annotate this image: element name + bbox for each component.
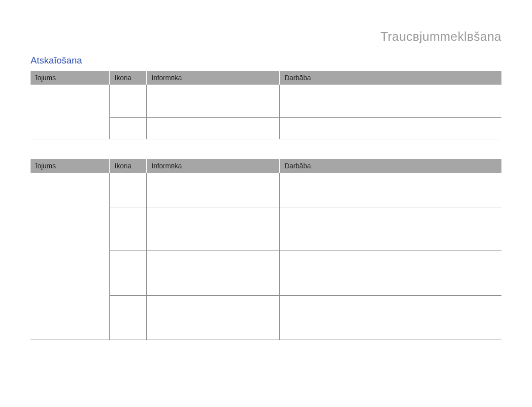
- table-cell: [146, 117, 279, 139]
- table-2-row: [31, 173, 501, 208]
- table-1-header-c1: īojums: [31, 71, 109, 85]
- table-cell: [109, 296, 146, 340]
- table-1-header-c4: Darbāba: [279, 71, 501, 85]
- table-cell: [279, 250, 501, 296]
- table-cell: [146, 208, 279, 250]
- table-2: īojums Ikona Informвka Darbāba: [31, 159, 501, 341]
- table-cell: [279, 296, 501, 340]
- table-cell: [109, 85, 146, 117]
- table-cell: [279, 173, 501, 208]
- table-gap: [31, 139, 501, 159]
- table-1-header-c3: Informвka: [146, 71, 279, 85]
- table-cell: [109, 117, 146, 139]
- table-1-row: [31, 85, 501, 117]
- table-cell: [31, 173, 109, 340]
- table-2-header-c1: īojums: [31, 159, 109, 173]
- table-cell: [146, 85, 279, 117]
- table-cell: [279, 117, 501, 139]
- table-cell: [109, 208, 146, 250]
- table-2-header-row: īojums Ikona Informвka Darbāba: [31, 159, 501, 173]
- table-cell: [109, 173, 146, 208]
- table-cell: [279, 85, 501, 117]
- table-2-header-c3: Informвka: [146, 159, 279, 173]
- table-1-header-c2: Ikona: [109, 71, 146, 85]
- table-cell: [109, 250, 146, 296]
- table-1: īojums Ikona Informвka Darbāba: [31, 71, 501, 139]
- table-cell: [279, 208, 501, 250]
- section-title: Atskaīošana: [31, 55, 501, 66]
- page-container: Traucвjummeklвšana Atskaīošana īojums Ik…: [0, 0, 532, 407]
- table-cell: [31, 85, 109, 139]
- header-divider: [31, 46, 501, 46]
- page-header-title: Traucвjummeklвšana: [31, 30, 501, 44]
- table-cell: [146, 296, 279, 340]
- table-cell: [146, 173, 279, 208]
- table-1-header-row: īojums Ikona Informвka Darbāba: [31, 71, 501, 85]
- table-cell: [146, 250, 279, 296]
- table-2-header-c4: Darbāba: [279, 159, 501, 173]
- table-2-header-c2: Ikona: [109, 159, 146, 173]
